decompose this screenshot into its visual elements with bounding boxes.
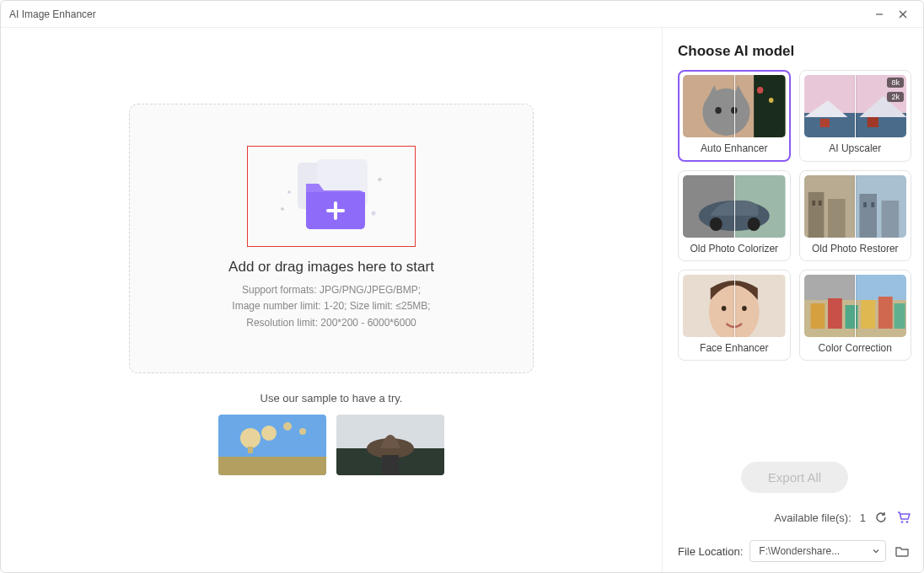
main-area: Add or drag images here to start Support… (1, 28, 662, 572)
model-color-correction[interactable]: Color Correction (799, 270, 912, 361)
folder-icon (894, 544, 910, 559)
cart-button[interactable] (896, 510, 911, 525)
model-label: Old Photo Colorizer (690, 238, 778, 260)
folder-plus-icon (260, 154, 403, 238)
chevron-down-icon (872, 547, 880, 555)
svg-rect-44 (863, 202, 867, 207)
svg-rect-30 (867, 117, 878, 127)
available-count: 1 (860, 511, 866, 524)
titlebar: AI Image Enhancer (1, 1, 923, 28)
model-grid: Auto Enhancer 8k (678, 70, 911, 361)
open-folder-button[interactable] (893, 542, 911, 560)
svg-point-25 (715, 107, 721, 114)
sample-image-1[interactable] (218, 415, 326, 475)
svg-rect-50 (804, 275, 856, 300)
svg-rect-43 (818, 201, 821, 206)
svg-point-11 (240, 428, 261, 448)
svg-point-49 (742, 306, 747, 311)
svg-rect-45 (871, 202, 874, 207)
svg-rect-56 (861, 300, 875, 329)
badge-8k: 8k (887, 78, 904, 88)
svg-rect-53 (810, 303, 825, 329)
close-button[interactable] (891, 3, 915, 26)
dropzone-line2: Image number limit: 1-20; Size limit: ≤2… (232, 298, 430, 314)
sample-label: Use our sample to have a try. (261, 392, 403, 404)
cart-icon (896, 510, 911, 525)
svg-rect-21 (754, 75, 785, 137)
model-label: AI Upscaler (829, 137, 881, 160)
svg-point-60 (906, 521, 909, 523)
dropzone-illustration (247, 146, 416, 247)
dropzone-line1: Support formats: JPG/PNG/JPEG/BMP; (232, 282, 430, 298)
model-ai-upscaler[interactable]: 8k 2k AI Upscaler (799, 70, 912, 162)
file-location-label: File Location: (678, 545, 743, 558)
model-auto-enhancer[interactable]: Auto Enhancer (678, 70, 791, 162)
svg-rect-10 (218, 457, 326, 475)
window-title: AI Image Enhancer (9, 8, 96, 20)
svg-rect-58 (894, 303, 905, 329)
svg-rect-41 (881, 201, 899, 238)
svg-point-23 (769, 98, 774, 103)
model-label: Face Enhancer (700, 337, 768, 360)
svg-rect-57 (878, 297, 892, 329)
model-old-photo-colorizer[interactable]: Old Photo Colorizer (678, 170, 791, 261)
available-row: Available file(s): 1 (678, 510, 911, 525)
dropzone-line3: Resolution limit: 200*200 - 6000*6000 (232, 315, 430, 331)
minimize-button[interactable] (868, 3, 891, 26)
model-old-photo-restorer[interactable]: Old Photo Restorer (799, 170, 912, 261)
sample-image-2[interactable] (336, 415, 444, 475)
sample-row (218, 415, 444, 475)
close-icon (898, 9, 908, 19)
svg-point-8 (372, 212, 376, 216)
model-thumb (683, 175, 786, 238)
model-thumb (683, 275, 786, 337)
svg-point-13 (261, 426, 277, 441)
balloons-thumb-icon (218, 415, 326, 475)
svg-point-7 (287, 190, 291, 194)
svg-point-22 (757, 87, 763, 94)
model-label: Old Photo Restorer (812, 238, 899, 260)
svg-rect-42 (812, 201, 815, 206)
svg-rect-19 (382, 455, 399, 475)
person-hat-thumb-icon (336, 415, 444, 475)
dropzone-title: Add or drag images here to start (228, 259, 434, 276)
svg-point-34 (710, 217, 723, 231)
sidebar: Choose AI model (662, 28, 923, 572)
svg-rect-51 (855, 275, 906, 300)
model-thumb: 8k 2k (804, 75, 907, 137)
svg-rect-29 (819, 119, 829, 127)
model-thumb (804, 175, 907, 238)
model-label: Auto Enhancer (701, 137, 767, 160)
refresh-button[interactable] (874, 511, 888, 524)
model-face-enhancer[interactable]: Face Enhancer (678, 270, 791, 361)
model-thumb (683, 75, 786, 137)
dropzone[interactable]: Add or drag images here to start Support… (129, 104, 534, 373)
minimize-icon (874, 9, 884, 19)
file-location-value: F:\Wondershare... (759, 545, 840, 557)
badge-2k: 2k (887, 92, 904, 102)
svg-point-48 (722, 306, 727, 311)
svg-rect-39 (828, 199, 846, 238)
svg-rect-12 (248, 447, 253, 453)
export-all-button[interactable]: Export All (741, 462, 848, 493)
available-label: Available file(s): (774, 511, 851, 524)
dropzone-subtext: Support formats: JPG/PNG/JPEG/BMP; Image… (232, 282, 430, 331)
refresh-icon (874, 511, 888, 524)
svg-rect-40 (859, 194, 877, 238)
app-window: AI Image Enhancer (0, 0, 924, 573)
sidebar-title: Choose AI model (678, 43, 911, 60)
svg-point-35 (748, 217, 760, 231)
svg-point-59 (901, 521, 904, 523)
model-label: Color Correction (819, 337, 892, 360)
svg-point-14 (283, 422, 292, 431)
file-location-select[interactable]: F:\Wondershare... (749, 540, 886, 562)
svg-rect-54 (828, 298, 842, 329)
file-location-row: File Location: F:\Wondershare... (678, 540, 911, 562)
svg-rect-38 (808, 192, 824, 238)
model-thumb (804, 275, 907, 337)
svg-point-15 (299, 428, 306, 435)
